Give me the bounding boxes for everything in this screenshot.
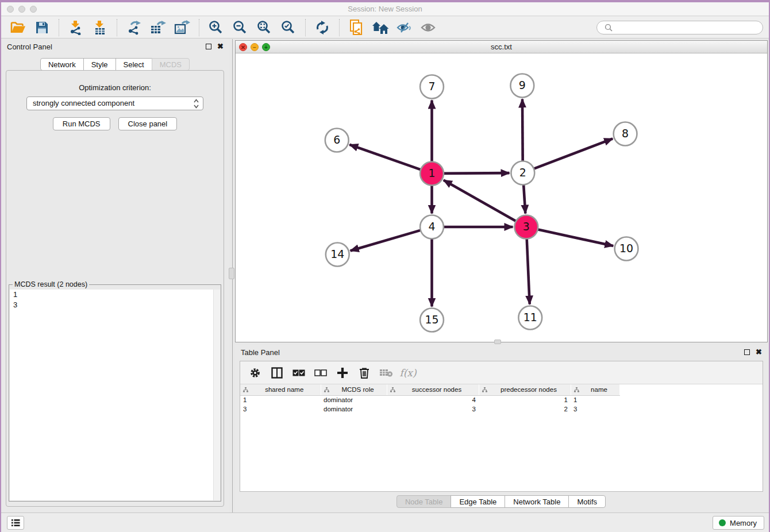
- graph-node-10[interactable]: 10: [615, 237, 638, 261]
- tab-network[interactable]: Network: [40, 58, 84, 71]
- column-header-successor-nodes[interactable]: successor nodes: [387, 384, 479, 395]
- export-network-icon[interactable]: [125, 19, 143, 36]
- svg-text:3: 3: [523, 220, 530, 233]
- column-header-MCDS-role[interactable]: MCDS role: [321, 384, 387, 395]
- export-image-icon[interactable]: [174, 19, 191, 36]
- network-view-window: ✕ − + scc.txt 1234678910111415: [235, 40, 768, 342]
- export-table-icon[interactable]: [149, 19, 167, 36]
- run-mcds-button[interactable]: Run MCDS: [53, 117, 110, 130]
- close-panel-icon[interactable]: ✖: [217, 44, 224, 49]
- tab-network-table[interactable]: Network Table: [505, 495, 569, 508]
- table-cell[interactable]: 4: [387, 395, 479, 404]
- deselect-all-icon[interactable]: [313, 365, 329, 381]
- float-panel-icon[interactable]: [206, 44, 211, 49]
- table-cell[interactable]: 2: [479, 404, 571, 414]
- table-row[interactable]: 3dominator323: [240, 404, 619, 414]
- home-view-icon[interactable]: [372, 19, 389, 36]
- graph-node-7[interactable]: 7: [420, 75, 444, 99]
- tab-style[interactable]: Style: [83, 58, 116, 71]
- zoom-selected-icon[interactable]: [280, 19, 297, 36]
- graph-node-4[interactable]: 4: [420, 215, 444, 239]
- graph-node-1[interactable]: 1: [420, 162, 444, 186]
- task-history-button[interactable]: [7, 516, 24, 530]
- graph-edge-2-9[interactable]: [522, 99, 523, 163]
- graph-node-8[interactable]: 8: [614, 122, 637, 146]
- import-table-icon[interactable]: [91, 19, 109, 36]
- tab-select[interactable]: Select: [116, 58, 152, 71]
- column-header-shared-name[interactable]: shared name: [240, 384, 321, 395]
- network-canvas[interactable]: 1234678910111415: [236, 53, 767, 342]
- mcds-result-list[interactable]: 13: [10, 290, 220, 500]
- svg-text:15: 15: [425, 313, 438, 326]
- select-all-icon[interactable]: [291, 365, 307, 381]
- graph-edge-1-6[interactable]: [349, 145, 423, 171]
- open-file-icon[interactable]: [9, 19, 26, 36]
- optimization-criterion-select[interactable]: strongly connected component: [26, 97, 203, 110]
- show-column-icon[interactable]: [269, 365, 285, 381]
- graph-edge-2-3[interactable]: [523, 182, 525, 213]
- column-header-predecessor-nodes[interactable]: predecessor nodes: [479, 384, 571, 395]
- apply-function-icon[interactable]: f(x): [400, 365, 416, 381]
- svg-text:8: 8: [622, 127, 629, 140]
- svg-text:4: 4: [429, 220, 436, 233]
- clone-network-icon[interactable]: [348, 19, 365, 36]
- network-graph[interactable]: 1234678910111415: [236, 53, 767, 342]
- table-cell[interactable]: 3: [387, 404, 479, 414]
- graph-node-15[interactable]: 15: [420, 309, 444, 332]
- svg-text:2: 2: [519, 166, 526, 179]
- table-cell[interactable]: 3: [571, 404, 619, 414]
- tab-edge-table[interactable]: Edge Table: [451, 495, 505, 508]
- table-settings-icon[interactable]: [247, 365, 263, 381]
- graph-edge-2-8[interactable]: [532, 138, 613, 169]
- delete-column-icon[interactable]: [356, 365, 372, 381]
- memory-button[interactable]: Memory: [713, 516, 764, 530]
- float-table-panel-icon[interactable]: [744, 349, 750, 355]
- table-row[interactable]: 1dominator411: [240, 395, 619, 404]
- table-cell[interactable]: dominator: [321, 395, 387, 404]
- search-input[interactable]: [596, 21, 763, 34]
- graph-node-3[interactable]: 3: [514, 215, 538, 239]
- table-cell[interactable]: 1: [571, 395, 619, 404]
- graph-node-9[interactable]: 9: [510, 74, 534, 98]
- close-panel-button[interactable]: Close panel: [118, 117, 178, 130]
- table-cell[interactable]: dominator: [321, 404, 387, 414]
- import-network-icon[interactable]: [67, 19, 84, 36]
- graph-edge-1-2[interactable]: [441, 173, 509, 174]
- graph-node-14[interactable]: 14: [326, 243, 349, 267]
- zoom-out-icon[interactable]: [232, 19, 249, 36]
- tab-motifs[interactable]: Motifs: [568, 495, 606, 508]
- table-toolbar: f(x): [240, 361, 763, 384]
- mcds-result-item: 1: [10, 290, 220, 300]
- hide-details-icon[interactable]: [396, 19, 413, 36]
- delete-table-icon[interactable]: [378, 365, 394, 381]
- splitter-grip[interactable]: [494, 340, 501, 344]
- splitter-grip[interactable]: [229, 268, 234, 279]
- result-scrollbar[interactable]: [213, 290, 220, 500]
- graph-edge-3-1[interactable]: [444, 180, 518, 222]
- table-cell[interactable]: 3: [240, 404, 321, 414]
- mcds-result-box: MCDS result (2 nodes) 13: [9, 284, 221, 502]
- zoom-in-icon[interactable]: [207, 19, 225, 36]
- zoom-fit-icon[interactable]: [256, 19, 273, 36]
- show-details-icon[interactable]: [420, 19, 437, 36]
- add-column-icon[interactable]: [334, 365, 351, 381]
- toolbar-separator: [305, 19, 306, 36]
- column-header-name[interactable]: name: [571, 384, 619, 395]
- graph-node-2[interactable]: 2: [511, 161, 534, 185]
- toolbar-separator: [117, 19, 117, 36]
- network-window-titlebar[interactable]: ✕ − + scc.txt: [236, 41, 767, 53]
- memory-label: Memory: [730, 519, 757, 527]
- tab-node-table[interactable]: Node Table: [396, 495, 452, 508]
- table-cell[interactable]: 1: [240, 395, 321, 404]
- graph-node-6[interactable]: 6: [325, 129, 349, 152]
- graph-edge-4-14[interactable]: [351, 230, 423, 251]
- graph-edge-3-11[interactable]: [527, 236, 530, 304]
- apply-layout-icon[interactable]: [314, 19, 331, 36]
- save-session-icon[interactable]: [33, 19, 51, 36]
- svg-text:11: 11: [523, 311, 537, 323]
- graph-edge-3-10[interactable]: [536, 229, 613, 246]
- tab-mcds[interactable]: MCDS: [152, 58, 190, 71]
- close-table-panel-icon[interactable]: ✖: [756, 349, 762, 355]
- graph-node-11[interactable]: 11: [518, 306, 542, 330]
- table-cell[interactable]: 1: [479, 395, 571, 404]
